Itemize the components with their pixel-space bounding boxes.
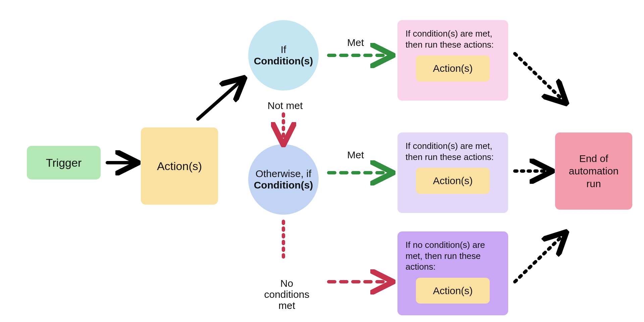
condition-1-line2: Condition(s) — [254, 55, 313, 67]
arrow-group1-to-end — [515, 54, 564, 101]
condition-2-line2: Condition(s) — [254, 179, 313, 191]
action-group-2-inner: Action(s) — [416, 168, 490, 194]
edge-label-met-1: Met — [335, 37, 376, 48]
action-group-1-inner: Action(s) — [416, 55, 490, 82]
action-group-3: If no condition(s) are met, then run the… — [397, 231, 508, 315]
arrow-actions-to-cond1 — [198, 80, 241, 119]
edge-label-met-2: Met — [335, 149, 376, 160]
condition-2-circle: Otherwise, if Condition(s) — [248, 144, 319, 215]
edge-label-no-conditions: No conditions met — [248, 267, 325, 311]
actions-box: Action(s) — [141, 127, 218, 205]
trigger-box: Trigger — [27, 146, 101, 179]
action-group-1: If condition(s) are met, then run these … — [397, 20, 508, 101]
action-group-3-inner: Action(s) — [416, 278, 490, 304]
action-group-1-desc: If condition(s) are met, then run these … — [406, 28, 500, 50]
condition-1-circle: If Condition(s) — [248, 20, 319, 91]
condition-1-line1: If — [281, 44, 286, 55]
trigger-label: Trigger — [46, 156, 82, 169]
end-box: End of automation run — [555, 132, 632, 210]
condition-2-line1: Otherwise, if — [256, 168, 312, 179]
end-label: End of automation run — [561, 152, 626, 190]
action-group-3-desc: If no condition(s) are met, then run the… — [406, 239, 500, 272]
action-group-2: If condition(s) are met, then run these … — [397, 132, 508, 213]
action-group-2-desc: If condition(s) are met, then run these … — [406, 141, 500, 162]
actions-label: Action(s) — [157, 160, 202, 173]
edge-label-not-met: Not met — [258, 100, 312, 111]
arrow-group3-to-end — [515, 235, 564, 282]
